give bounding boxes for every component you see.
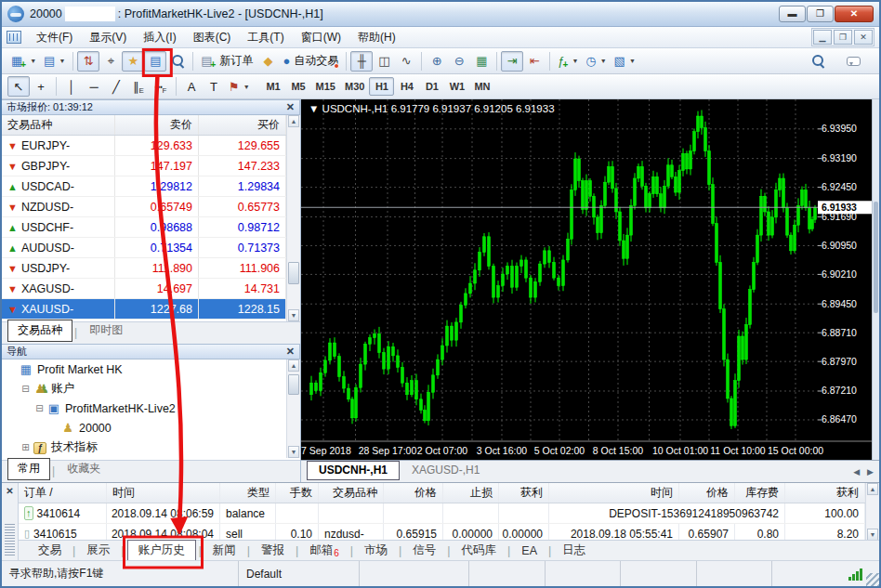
tool-hline-button[interactable]: ─ (83, 76, 105, 97)
terminal-tab-account-history[interactable]: 账户历史 (127, 540, 196, 561)
tool-channel-button[interactable]: ∥E (127, 76, 150, 97)
toolbar-indicators-button[interactable]: ƒ+▼ (554, 51, 582, 72)
timeframe-w1-button[interactable]: W1 (444, 77, 469, 96)
market-watch-row-usdchf[interactable]: ▲USDCHF-0.986880.98712 (2, 217, 286, 238)
market-watch-tab-2[interactable]: 即时图 (79, 320, 133, 342)
history-row-trade[interactable]: ▯3410615 2018.09.14 08:08:04 sell 0.10 n… (19, 524, 865, 541)
market-watch-row-eurjpy[interactable]: ▼EURJPY-129.633129.655 (2, 136, 286, 156)
toolbar-tile-windows-button[interactable]: ▦ (470, 51, 493, 72)
history-col-3[interactable]: 类型 (220, 483, 276, 503)
tree-expander-icon[interactable]: ⊞ (20, 442, 32, 452)
dropdown-caret-icon[interactable]: ▼ (243, 84, 250, 90)
dropdown-caret-icon[interactable]: ▼ (59, 58, 65, 64)
terminal-close-icon[interactable]: ✕ (4, 485, 16, 497)
market-watch-scrollbar[interactable]: ▲ ▼ (286, 115, 300, 321)
status-profile[interactable]: Default (239, 561, 360, 586)
col-symbol[interactable]: 交易品种 (2, 115, 115, 135)
terminal-tab-journal[interactable]: 日志 (554, 542, 594, 559)
scroll-up-icon[interactable]: ▲ (288, 115, 299, 127)
toolbar-terminal-button[interactable]: ▤ (144, 51, 166, 72)
chart-scrollbar[interactable] (872, 99, 879, 460)
scroll-up-icon[interactable]: ▲ (288, 359, 299, 372)
market-watch-row-usdjpy[interactable]: ▼USDJPY-111.890111.906 (2, 258, 286, 279)
menu-item-insert[interactable]: 插入(I) (135, 27, 184, 48)
tree-expander-icon[interactable]: ⊟ (20, 384, 32, 394)
market-watch-row-audusd[interactable]: ▲AUDUSD-0.713540.71373 (2, 238, 286, 258)
toolbar-new-order-button[interactable]: ▤+新订单 (197, 51, 256, 72)
toolbar-navigator-button[interactable]: ★ (122, 51, 144, 72)
toolbar-metaeditor-button[interactable]: ◆ (256, 51, 279, 72)
toolbar-autotrading-button[interactable]: ●自动交易 (279, 51, 342, 72)
child-minimize-button[interactable]: ▁ (813, 30, 832, 45)
toolbar-new-chart-button[interactable]: ▦+▼ (7, 51, 40, 72)
toolbar-strategy-tester-button[interactable] (166, 51, 189, 72)
toolbar-data-window-button[interactable]: ⌖ (99, 51, 122, 72)
nav-node-server[interactable]: ⊟▣ProfitMarketHK-Live2 (2, 399, 286, 418)
market-watch-tab-1[interactable]: 交易品种 (7, 320, 72, 342)
price-chart[interactable]: 6.939506.931906.924506.916906.909506.902… (301, 99, 875, 460)
dropdown-caret-icon[interactable]: ▼ (629, 58, 636, 64)
history-col-8[interactable]: 获利 (499, 483, 549, 503)
market-watch-row-gbpjpy[interactable]: ▼GBPJPY-147.197147.233 (2, 156, 286, 176)
terminal-tab-alerts[interactable]: 警报 (253, 542, 293, 559)
dropdown-caret-icon[interactable]: ▼ (30, 58, 36, 64)
history-col-11[interactable]: 库存费 (735, 483, 785, 503)
tool-text-button[interactable]: A (180, 76, 203, 97)
toolbar-search-button[interactable] (807, 51, 829, 72)
menu-item-window[interactable]: 窗口(W) (293, 27, 349, 48)
terminal-tab-market[interactable]: 市场 (356, 542, 396, 559)
close-button[interactable]: ✕ (835, 6, 874, 22)
resize-grip[interactable] (866, 573, 879, 586)
timeframe-m15-button[interactable]: M15 (311, 77, 340, 96)
tool-vline-button[interactable]: │ (60, 76, 83, 97)
menu-item-file[interactable]: 文件(F) (28, 27, 81, 48)
nav-node-account[interactable]: ♟20000 (2, 418, 286, 438)
terminal-tab-news[interactable]: 新闻 (204, 542, 244, 559)
toolbar-chart-shift-button[interactable]: ⇤ (523, 51, 546, 72)
toolbar-periods-button[interactable]: ◷▼ (582, 51, 610, 72)
maximize-button[interactable]: ❐ (807, 6, 834, 22)
terminal-tab-signals[interactable]: 信号 (404, 542, 444, 559)
chart-tab-xagusd[interactable]: XAGUSD-,H1 (400, 461, 492, 480)
tool-arrows-button[interactable]: ⚑▼ (225, 76, 254, 97)
timeframe-m5-button[interactable]: M5 (286, 77, 311, 96)
col-bid[interactable]: 卖价 (115, 115, 199, 135)
nav-node-platform[interactable]: ▦Profit Market HK (2, 359, 286, 379)
child-close-button[interactable]: ✕ (854, 30, 873, 45)
history-col-2[interactable]: 时间 (107, 483, 220, 503)
menu-item-charts[interactable]: 图表(C) (185, 27, 240, 48)
timeframe-h1-button[interactable]: H1 (369, 77, 394, 96)
history-col-4[interactable]: 手数 (276, 483, 319, 503)
terminal-scrollbar[interactable]: ▲ ▼ (865, 483, 879, 541)
history-col-6[interactable]: 价格 (384, 483, 443, 503)
toolbar-zoom-in-button[interactable]: ⊕ (426, 51, 448, 72)
terminal-drag-handle[interactable] (5, 522, 15, 555)
timeframe-h4-button[interactable]: H4 (394, 77, 419, 96)
market-watch-row-nzdusd[interactable]: ▼NZDUSD-0.657490.65773 (2, 197, 286, 217)
minimize-button[interactable]: ▬ (779, 6, 806, 22)
scroll-up-icon[interactable]: ▲ (867, 483, 878, 495)
tool-crosshair-button[interactable]: + (30, 76, 52, 97)
terminal-tab-code-base[interactable]: 代码库 (454, 542, 506, 559)
history-col-7[interactable]: 止损 (443, 483, 499, 503)
terminal-tab-trade[interactable]: 交易 (30, 542, 70, 559)
terminal-tab-ea[interactable]: EA (513, 543, 546, 558)
history-col-1[interactable]: 订单 / (19, 483, 107, 503)
menu-item-view[interactable]: 显示(V) (81, 27, 135, 48)
market-watch-row-usdcad[interactable]: ▲USDCAD-1.298121.29834 (2, 176, 286, 197)
tabs-scroll-right-icon[interactable]: ▶ (867, 467, 874, 477)
tool-trendline-button[interactable]: ╱ (105, 76, 127, 97)
child-window-icon[interactable] (7, 31, 21, 44)
timeframe-d1-button[interactable]: D1 (419, 77, 444, 96)
timeframe-mn-button[interactable]: MN (469, 77, 494, 96)
toolbar-auto-scroll-button[interactable]: ⇥ (501, 51, 523, 72)
child-restore-button[interactable]: ❐ (834, 30, 852, 45)
navigator-tab-2[interactable]: 收藏夹 (57, 458, 111, 480)
navigator-tab-1[interactable]: 常用 (7, 458, 50, 480)
history-col-12[interactable]: 获利 (785, 483, 865, 503)
scroll-down-icon[interactable]: ▼ (288, 309, 299, 321)
col-ask[interactable]: 买价 (199, 115, 286, 135)
market-watch-row-xagusd[interactable]: ▼XAGUSD-14.69714.731 (2, 279, 286, 299)
history-row-balance[interactable]: ↑3410614 2018.09.14 08:06:59 balance DEP… (19, 503, 865, 524)
dropdown-caret-icon[interactable]: ▼ (600, 58, 607, 64)
